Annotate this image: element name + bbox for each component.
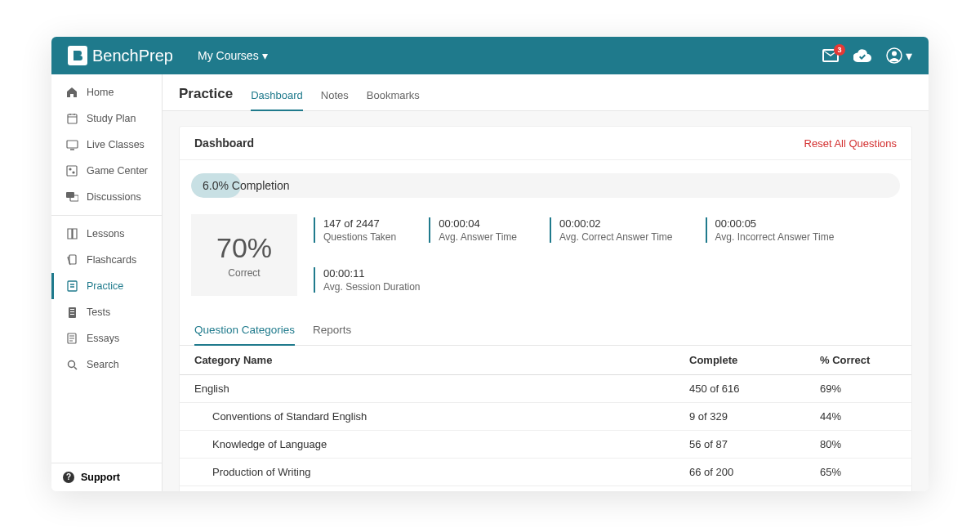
user-menu[interactable]: ▾ [886, 47, 912, 64]
topbar: BenchPrep My Courses ▾ 3 ▾ [51, 37, 929, 74]
svg-point-12 [68, 360, 74, 367]
svg-rect-9 [69, 255, 76, 264]
svg-rect-10 [68, 281, 77, 291]
subtab-question-categories[interactable]: Question Categories [194, 315, 295, 346]
table-row[interactable]: Mathematics500 of 84161% [180, 486, 911, 492]
stats-region: 70% Correct 147 of 2447Questions Taken00… [180, 206, 911, 311]
home-icon [65, 87, 78, 98]
stat-label: Avg. Session Duration [323, 281, 421, 293]
sidebar-group-2: LessonsFlashcardsPracticeTestsEssaysSear… [51, 215, 162, 383]
content-region: Dashboard Reset All Questions 6.0% Compl… [163, 111, 929, 491]
category-correct: 69% [805, 375, 911, 403]
table-header-row: Category NameComplete% Correct [180, 346, 911, 375]
category-correct: 80% [805, 431, 911, 459]
my-courses-dropdown[interactable]: My Courses ▾ [198, 49, 268, 62]
sidebar-item-game-center[interactable]: Game Center [51, 158, 162, 184]
cloud-sync-button[interactable] [853, 49, 871, 62]
cards-icon [65, 254, 78, 266]
completion-progress-bar: 6.0% Completion [191, 173, 900, 198]
stat-label: Avg. Incorrect Answer Time [715, 231, 835, 243]
sidebar-item-live-classes[interactable]: Live Classes [51, 132, 162, 158]
sidebar-item-home[interactable]: Home [51, 79, 162, 105]
subtab-reports[interactable]: Reports [313, 315, 351, 345]
sidebar-item-label: Tests [87, 307, 110, 318]
category-complete: 500 of 841 [675, 486, 805, 492]
chat-icon [65, 192, 78, 203]
table-row[interactable]: Knowledge of Language56 of 8780% [180, 431, 911, 459]
stat-questions-taken: 147 of 2447Questions Taken [314, 217, 396, 243]
category-name: Knowledge of Language [180, 431, 675, 459]
category-complete: 56 of 87 [675, 431, 805, 459]
table-header: Complete [675, 346, 805, 375]
main-content: Practice DashboardNotesBookmarks Dashboa… [163, 74, 929, 491]
stat-label: Avg. Correct Answer Time [559, 231, 673, 243]
svg-rect-3 [67, 141, 78, 148]
table-row[interactable]: English450 of 61669% [180, 375, 911, 403]
table-row[interactable]: Production of Writing66 of 20065% [180, 459, 911, 486]
svg-point-1 [892, 51, 897, 56]
stat-value: 00:00:02 [559, 217, 673, 230]
panel-header: Dashboard Reset All Questions [180, 127, 911, 160]
subtabs: Question CategoriesReports [180, 315, 911, 346]
completion-text: 6.0% Completion [203, 173, 290, 198]
table-row[interactable]: Conventions of Standard English9 of 3294… [180, 403, 911, 431]
svg-point-5 [69, 168, 71, 170]
stat-avg-incorrect-answer-time: 00:00:05Avg. Incorrect Answer Time [706, 217, 835, 243]
table-header: Category Name [180, 346, 675, 375]
tab-dashboard[interactable]: Dashboard [251, 84, 303, 111]
category-correct: 65% [805, 459, 911, 486]
sidebar-item-flashcards[interactable]: Flashcards [51, 247, 162, 273]
svg-point-6 [73, 172, 74, 173]
tab-notes[interactable]: Notes [321, 84, 349, 110]
caret-down-icon: ▾ [262, 49, 268, 62]
table-header: % Correct [805, 346, 911, 375]
category-name: Conventions of Standard English [180, 403, 675, 431]
sidebar-item-practice[interactable]: Practice [51, 273, 162, 299]
game-icon [65, 165, 78, 177]
progress-region: 6.0% Completion [180, 160, 911, 206]
sidebar: HomeStudy PlanLive ClassesGame CenterDis… [51, 74, 163, 491]
calendar-icon [65, 113, 78, 124]
sidebar-item-label: Study Plan [87, 113, 136, 124]
stat-avg-correct-answer-time: 00:00:02Avg. Correct Answer Time [550, 217, 673, 243]
sidebar-item-essays[interactable]: Essays [51, 325, 162, 351]
category-complete: 66 of 200 [675, 459, 805, 486]
category-correct: 61% [805, 486, 911, 492]
body-area: HomeStudy PlanLive ClassesGame CenterDis… [51, 74, 929, 491]
logo-icon [68, 46, 87, 65]
stat-value: 00:00:05 [715, 217, 835, 230]
sidebar-item-lessons[interactable]: Lessons [51, 221, 162, 247]
stat-value: 147 of 2447 [323, 217, 396, 230]
reset-all-questions-link[interactable]: Reset All Questions [804, 137, 897, 150]
stat-avg-session-duration: 00:00:11Avg. Session Duration [314, 267, 421, 293]
brand-logo[interactable]: BenchPrep [68, 46, 173, 65]
sidebar-item-study-plan[interactable]: Study Plan [51, 105, 162, 132]
dashboard-panel: Dashboard Reset All Questions 6.0% Compl… [179, 126, 912, 491]
screen-icon [65, 140, 78, 150]
book-icon [65, 228, 78, 239]
categories-table: Category NameComplete% Correct English45… [180, 346, 911, 491]
category-name: English [180, 375, 675, 403]
mail-button[interactable]: 3 [822, 49, 839, 62]
sidebar-item-tests[interactable]: Tests [51, 299, 162, 325]
stat-label: Questions Taken [323, 231, 396, 243]
my-courses-label: My Courses [198, 49, 259, 62]
stat-avg-answer-time: 00:00:04Avg. Answer Time [429, 217, 517, 243]
sidebar-item-discussions[interactable]: Discussions [51, 184, 162, 210]
sidebar-item-label: Lessons [87, 228, 125, 239]
caret-down-icon: ▾ [906, 48, 912, 64]
sidebar-group-1: HomeStudy PlanLive ClassesGame CenterDis… [51, 74, 162, 215]
support-link[interactable]: ? Support [51, 463, 162, 491]
correct-percent-label: Correct [228, 267, 260, 279]
sidebar-item-search[interactable]: Search [51, 351, 162, 378]
stat-value: 00:00:04 [439, 217, 517, 230]
tab-bookmarks[interactable]: Bookmarks [367, 84, 420, 110]
category-correct: 44% [805, 403, 911, 431]
stat-label: Avg. Answer Time [439, 231, 517, 243]
help-icon: ? [63, 472, 74, 483]
sidebar-item-label: Practice [87, 280, 123, 292]
brand-name: BenchPrep [92, 47, 173, 65]
svg-text:?: ? [66, 472, 71, 481]
sidebar-item-label: Search [87, 359, 119, 370]
small-stats: 147 of 2447Questions Taken00:00:04Avg. A… [314, 214, 900, 296]
